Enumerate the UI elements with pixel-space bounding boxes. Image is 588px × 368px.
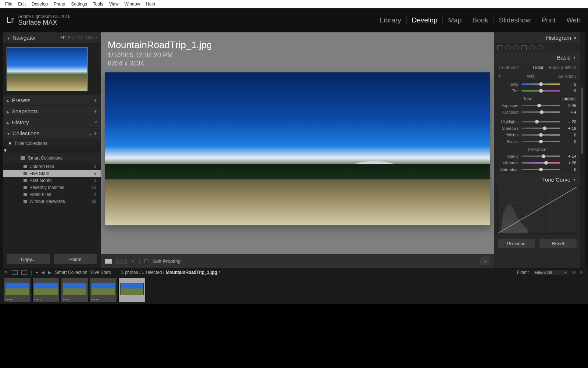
left-edge[interactable] [0, 32, 3, 268]
soft-proof-checkbox[interactable] [144, 259, 148, 263]
previous-button[interactable]: Previous [497, 238, 535, 249]
collection-recently-modified[interactable]: Recently Modified13 [3, 184, 101, 191]
menu-window[interactable]: Window [122, 1, 143, 7]
filmstrip[interactable]: ••••• ••••• ••••• ••••• ••••• [0, 276, 588, 304]
main-display-icon[interactable] [12, 270, 18, 275]
collection-past-month[interactable]: Past Month3 [3, 177, 101, 184]
radial-filter-icon[interactable] [530, 45, 535, 50]
zoom-132[interactable]: 1:3.2 [85, 36, 93, 40]
module-print[interactable]: Print [541, 16, 556, 24]
tone-curve[interactable] [497, 187, 577, 234]
filmstrip-thumb[interactable]: ••••• [4, 278, 31, 302]
module-map[interactable]: Map [447, 16, 462, 24]
blacks-slider[interactable]: Blacks0 [494, 138, 580, 145]
add-preset-icon[interactable]: + [94, 97, 97, 104]
module-library[interactable]: Library [379, 16, 402, 24]
menu-settings[interactable]: Settings [68, 1, 90, 7]
filmstrip-thumb[interactable]: ••••• [32, 278, 60, 302]
presets-header[interactable]: ▶Presets + [3, 95, 101, 106]
basic-header[interactable]: Basic▼ [494, 52, 580, 63]
filter-collections[interactable]: Filter Collections [3, 139, 101, 148]
vibrance-slider[interactable]: Vibrance+ 28 [494, 160, 580, 166]
grad-filter-icon[interactable] [521, 45, 527, 50]
smart-collections-header[interactable]: Smart Collections [3, 153, 101, 163]
brush-tool-icon[interactable] [538, 45, 543, 50]
loupe-view-icon[interactable] [105, 259, 112, 264]
exposure-slider[interactable]: Exposure– 0.45 [494, 102, 580, 109]
filmstrip-thumb-selected[interactable]: ••••• [118, 278, 146, 302]
snapshots-header[interactable]: ▶Snapshots + [3, 106, 101, 117]
next-photo-icon[interactable]: ▶ [48, 270, 51, 275]
collection-colored-red[interactable]: Colored Red0 [3, 163, 101, 170]
menu-tools[interactable]: Tools [90, 1, 106, 7]
auto-tone-button[interactable]: Auto [561, 96, 576, 101]
paste-button[interactable]: Paste [54, 254, 97, 264]
collection-video-files[interactable]: Video Files4 [3, 191, 101, 198]
module-web[interactable]: Web [566, 16, 581, 24]
collection-without-keywords[interactable]: Without Keywords38 [3, 198, 101, 205]
spot-tool-icon[interactable] [505, 45, 510, 50]
minus-icon[interactable]: – [89, 132, 91, 136]
menu-edit[interactable]: Edit [15, 1, 29, 7]
smart-collections-list: Colored Red0 Five Stars5 Past Month3 Rec… [3, 163, 101, 205]
menu-develop[interactable]: Develop [29, 1, 51, 7]
copy-button[interactable]: Copy... [7, 254, 50, 264]
chevron-down-icon[interactable]: ▾ [219, 270, 220, 275]
filter-lock-icon[interactable] [572, 270, 576, 275]
add-collection-icon[interactable]: + [94, 130, 97, 136]
prev-photo-icon[interactable]: ◀ [41, 270, 44, 275]
zoom-fill[interactable]: FILL [68, 36, 76, 40]
contrast-slider[interactable]: Contrast+ 4 [494, 109, 580, 115]
treatment-color[interactable]: Color [533, 65, 544, 70]
menu-file[interactable]: File [2, 1, 15, 7]
navigator-thumbnail[interactable] [3, 43, 101, 95]
treatment-bw[interactable]: Black & White [549, 65, 576, 70]
highlights-slider[interactable]: Highlights– 20 [494, 118, 580, 125]
menu-view[interactable]: View [106, 1, 122, 7]
saturation-slider[interactable]: Saturation0 [494, 166, 580, 173]
eyedropper-icon[interactable]: ✎ [498, 74, 505, 79]
module-develop[interactable]: Develop [411, 16, 438, 24]
tint-slider[interactable]: Tint0 [494, 87, 580, 94]
module-book[interactable]: Book [472, 16, 489, 24]
main-image[interactable] [105, 72, 490, 226]
history-header[interactable]: ▶History × [3, 117, 101, 128]
wb-value[interactable]: As Shot [558, 74, 574, 79]
shadows-slider[interactable]: Shadows+ 19 [494, 125, 580, 132]
clarity-slider[interactable]: Clarity+ 14 [494, 153, 580, 160]
second-display-icon[interactable] [21, 270, 27, 275]
navigator-header[interactable]: ▼Navigator FIT FILL 1:1 1:3.2 ▾ [3, 32, 101, 43]
filmstrip-thumb[interactable]: ••••• [61, 278, 88, 302]
chevron-down-icon[interactable]: ▼ [131, 260, 135, 263]
menu-photo[interactable]: Photo [51, 1, 68, 7]
grid-icon[interactable]: ▪▪ [36, 270, 37, 275]
zoom-11[interactable]: 1:1 [78, 36, 83, 40]
clear-history-icon[interactable]: × [94, 119, 97, 125]
temp-slider[interactable]: Temp0 [494, 81, 580, 87]
redeye-tool-icon[interactable] [513, 45, 519, 50]
pointer-icon[interactable]: ↖ [4, 270, 8, 275]
right-edge[interactable] [585, 32, 588, 268]
thumbnail-size-icon[interactable] [579, 270, 584, 275]
breadcrumb-path[interactable]: Smart Collection : Five Stars [55, 270, 111, 275]
collections-header[interactable]: ▼Collections – + [3, 128, 101, 139]
chevron-down-icon[interactable]: ▾ [575, 75, 576, 79]
filter-dropdown[interactable]: Filters Off▾ [532, 269, 569, 275]
before-after-icon[interactable] [116, 259, 127, 264]
collection-five-stars[interactable]: Five Stars5 [3, 170, 101, 177]
menu-help[interactable]: Help [143, 1, 158, 7]
right-scrollbar[interactable] [580, 32, 585, 268]
whites-slider[interactable]: Whites0 [494, 132, 580, 138]
tone-curve-header[interactable]: Tone Curve▼ [494, 174, 580, 185]
reset-button[interactable]: Reset [539, 238, 577, 249]
navigator-zoom-modes[interactable]: FIT FILL 1:1 1:3.2 ▾ [61, 36, 97, 40]
chevron-down-icon[interactable]: ▼ [3, 148, 8, 153]
add-snapshot-icon[interactable]: + [94, 108, 97, 115]
histogram-header[interactable]: Histogram◀ [494, 32, 580, 43]
module-slideshow[interactable]: Slideshow [498, 16, 532, 24]
chevron-down-icon[interactable]: ▾ [96, 36, 97, 40]
toolbar-dropdown[interactable]: ▾ [480, 257, 490, 266]
zoom-fit[interactable]: FIT [61, 36, 66, 40]
filmstrip-thumb[interactable]: ••••• [90, 278, 117, 302]
crop-tool-icon[interactable] [497, 45, 502, 50]
